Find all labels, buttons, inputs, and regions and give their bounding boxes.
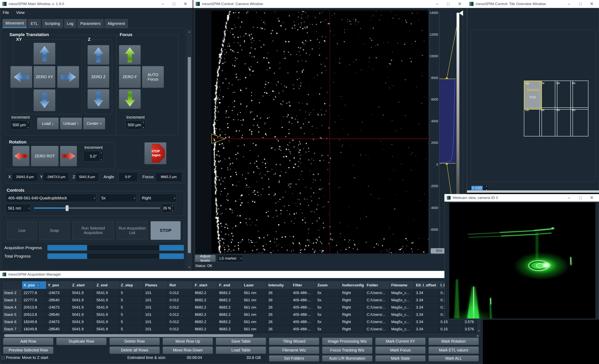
row-label[interactable]: Stack 4 xyxy=(2,304,22,311)
table-cell[interactable]: 3.34 xyxy=(414,311,439,318)
table-cell[interactable]: 8682.2 xyxy=(193,325,218,333)
table-cell[interactable]: 26 xyxy=(267,304,291,311)
table-cell[interactable]: 5541.9 xyxy=(95,325,119,333)
table-cell[interactable]: C:/Users/... xyxy=(365,289,390,296)
table-cell[interactable]: 5541.9 xyxy=(95,289,119,296)
table-cell[interactable]: Right xyxy=(341,325,365,333)
column-header-planes[interactable]: Planes xyxy=(144,281,168,289)
move-row-up-button[interactable]: Move Row Up xyxy=(163,338,213,345)
table-cell[interactable]: 5 xyxy=(119,318,144,325)
table-cell[interactable]: 101 xyxy=(144,304,168,311)
save-table-button[interactable]: Save Table xyxy=(216,338,266,345)
spin-down-icon[interactable]: ▼ xyxy=(100,159,102,161)
unload-button[interactable]: Unload ↑ xyxy=(60,118,82,129)
table-cell[interactable]: 18249.8 xyxy=(22,325,46,333)
tab-alignment[interactable]: Alignment xyxy=(104,19,128,28)
column-header-intensity[interactable]: Intensity xyxy=(267,281,291,289)
table-cell[interactable]: -28540 xyxy=(46,311,71,318)
spin-up-icon[interactable]: ▲ xyxy=(142,121,144,123)
spin-down-icon[interactable]: ▼ xyxy=(172,210,174,212)
mark-state-button[interactable]: Mark State xyxy=(375,355,426,362)
maximize-icon[interactable]: □ xyxy=(168,1,180,7)
xy-down-button[interactable] xyxy=(34,89,55,111)
load-button[interactable]: Load ↓ xyxy=(37,118,59,129)
column-header-zoom[interactable]: Zoom xyxy=(316,281,341,289)
column-header-f-end[interactable]: F_end xyxy=(218,281,242,289)
table-cell[interactable]: -28540 xyxy=(46,296,71,304)
scroll-right-icon[interactable]: ▶ xyxy=(476,334,480,337)
table-cell[interactable]: 8682.2 xyxy=(193,289,218,296)
run-acquisition-list-button[interactable]: Run Acquisition List xyxy=(116,221,148,240)
table-cell[interactable]: 20513.8 xyxy=(22,304,46,311)
table-cell[interactable]: 101 xyxy=(144,289,168,296)
minimize-icon[interactable]: – xyxy=(563,1,575,7)
live-button[interactable]: Live xyxy=(7,221,37,240)
table-cell[interactable]: Mag5x_c... xyxy=(390,304,414,311)
spin-down-icon[interactable]: ▼ xyxy=(142,127,144,129)
table-cell[interactable]: 26 xyxy=(267,325,291,333)
center-button[interactable]: Center ⊙ xyxy=(83,118,105,129)
table-cell[interactable]: C:/Users/... xyxy=(365,318,390,325)
move-row-down-button[interactable]: Move Row Down xyxy=(163,347,213,354)
table-cell[interactable]: 8682.2 xyxy=(193,318,218,325)
webcam-titlebar[interactable]: Webcam view, camera ID 0 – □ ✕ xyxy=(444,194,599,202)
table-cell[interactable]: 8682.2 xyxy=(193,311,218,318)
minimize-icon[interactable]: – xyxy=(563,195,575,200)
table-cell[interactable]: 0.012 xyxy=(168,318,193,325)
table-cell[interactable]: 18249.8 xyxy=(22,318,46,325)
table-cell[interactable]: 101 xyxy=(144,325,168,333)
table-cell[interactable]: -28540 xyxy=(46,325,71,333)
column-header-z-step[interactable]: Z_step xyxy=(119,281,144,289)
gradient-marker-handle[interactable] xyxy=(459,10,463,16)
table-cell[interactable]: 26 xyxy=(267,311,291,318)
table-cell[interactable]: 5041.9 xyxy=(71,325,95,333)
table-cell[interactable]: 561 nm xyxy=(242,325,267,333)
table-cell[interactable]: 0.012 xyxy=(168,311,193,318)
table-cell[interactable]: 0.012 xyxy=(168,296,193,304)
adjust-levels-button[interactable]: Adjust levels xyxy=(195,255,216,262)
table-cell[interactable]: C:/Users/... xyxy=(365,325,390,333)
xy-increment-spinbox[interactable]: 500 µm ▲▼ xyxy=(10,120,30,129)
close-icon[interactable]: ✕ xyxy=(454,1,465,7)
column-header-x-pos[interactable]: X_pos▼ xyxy=(22,281,46,289)
table-cell[interactable]: 5x xyxy=(316,311,341,318)
table-cell[interactable]: -24673 xyxy=(46,289,71,296)
spin-up-icon[interactable]: ▲ xyxy=(27,121,29,123)
rotate-right-button[interactable] xyxy=(60,146,77,166)
duplicate-row-button[interactable]: Duplicate Row xyxy=(56,338,106,345)
filter-combo[interactable]: 405-488-561-640-Quadrupleblock ▾ xyxy=(6,194,97,202)
table-cell[interactable]: 5x xyxy=(316,304,341,311)
table-cell[interactable]: 3.34 xyxy=(414,325,439,333)
table-cell[interactable]: 8682.2 xyxy=(218,325,242,333)
table-cell[interactable]: 5041.9 xyxy=(71,311,95,318)
preview-selected-row-button[interactable]: Preview Selected Row xyxy=(3,347,53,354)
table-cell[interactable]: Mag5x_c... xyxy=(390,318,414,325)
table-cell[interactable]: 22777.8 xyxy=(22,289,46,296)
spin-up-icon[interactable]: ▲ xyxy=(172,204,174,207)
table-hscrollbar-thumb[interactable] xyxy=(4,334,253,337)
table-cell[interactable]: 0.012 xyxy=(168,304,193,311)
table-cell[interactable]: 0.15 xyxy=(439,325,463,333)
row-label[interactable]: Stack 5 xyxy=(2,311,22,318)
laser-intensity-spinbox[interactable]: 26 % ▲▼ xyxy=(162,204,175,212)
zero-focus-button[interactable]: ZERO F xyxy=(119,66,141,88)
image-processing-wiz-button[interactable]: Image Processing Wiz xyxy=(322,338,372,345)
column-header-folder[interactable]: Folder xyxy=(365,281,390,289)
table-cell[interactable]: C:/Users/... xyxy=(365,311,390,318)
tiling-wizard-button[interactable]: Tiling Wizard xyxy=(269,338,319,345)
preview-checkbox[interactable] xyxy=(1,356,5,359)
table-cell[interactable]: 405-488-... xyxy=(291,325,316,333)
z-down-button[interactable] xyxy=(88,89,109,109)
laser-intensity-slider[interactable] xyxy=(34,207,160,209)
table-cell[interactable]: 561 nm xyxy=(242,311,267,318)
table-cell[interactable]: Mag5x_c... xyxy=(390,311,414,318)
table-cell[interactable]: 0.012 xyxy=(168,289,193,296)
tab-movement[interactable]: Movement xyxy=(2,19,27,28)
menu-file[interactable]: File xyxy=(3,10,9,15)
table-cell[interactable]: Mag5x_c... xyxy=(390,296,414,304)
column-header-laser[interactable]: Laser xyxy=(242,281,267,289)
tab-scripting[interactable]: Scripting xyxy=(42,19,63,28)
column-header-z-start[interactable]: Z_start xyxy=(71,281,95,289)
table-cell[interactable]: 5x xyxy=(316,325,341,333)
zero-rotation-button[interactable]: ZERO ROT xyxy=(31,146,59,166)
